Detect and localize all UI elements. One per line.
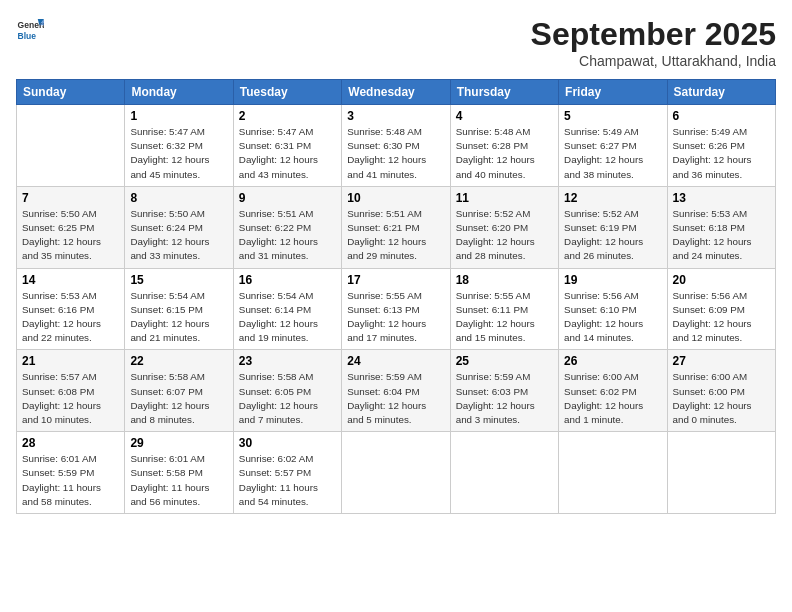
day-number: 13: [673, 191, 770, 205]
day-number: 14: [22, 273, 119, 287]
calendar-cell: 11Sunrise: 5:52 AM Sunset: 6:20 PM Dayli…: [450, 186, 558, 268]
day-info: Sunrise: 5:47 AM Sunset: 6:32 PM Dayligh…: [130, 125, 227, 182]
day-number: 30: [239, 436, 336, 450]
col-saturday: Saturday: [667, 80, 775, 105]
day-info: Sunrise: 5:57 AM Sunset: 6:08 PM Dayligh…: [22, 370, 119, 427]
calendar-cell: 21Sunrise: 5:57 AM Sunset: 6:08 PM Dayli…: [17, 350, 125, 432]
calendar-cell: 25Sunrise: 5:59 AM Sunset: 6:03 PM Dayli…: [450, 350, 558, 432]
calendar-cell: 6Sunrise: 5:49 AM Sunset: 6:26 PM Daylig…: [667, 105, 775, 187]
header: General Blue September 2025 Champawat, U…: [16, 16, 776, 69]
logo: General Blue: [16, 16, 44, 44]
day-number: 26: [564, 354, 661, 368]
day-info: Sunrise: 5:53 AM Sunset: 6:16 PM Dayligh…: [22, 289, 119, 346]
day-number: 12: [564, 191, 661, 205]
day-info: Sunrise: 6:01 AM Sunset: 5:58 PM Dayligh…: [130, 452, 227, 509]
calendar-cell: 8Sunrise: 5:50 AM Sunset: 6:24 PM Daylig…: [125, 186, 233, 268]
day-number: 4: [456, 109, 553, 123]
day-number: 18: [456, 273, 553, 287]
day-info: Sunrise: 5:51 AM Sunset: 6:21 PM Dayligh…: [347, 207, 444, 264]
calendar-header-row: Sunday Monday Tuesday Wednesday Thursday…: [17, 80, 776, 105]
calendar-cell: [342, 432, 450, 514]
calendar-cell: 19Sunrise: 5:56 AM Sunset: 6:10 PM Dayli…: [559, 268, 667, 350]
day-info: Sunrise: 5:59 AM Sunset: 6:03 PM Dayligh…: [456, 370, 553, 427]
day-info: Sunrise: 6:00 AM Sunset: 6:00 PM Dayligh…: [673, 370, 770, 427]
calendar-cell: 29Sunrise: 6:01 AM Sunset: 5:58 PM Dayli…: [125, 432, 233, 514]
calendar-cell: 13Sunrise: 5:53 AM Sunset: 6:18 PM Dayli…: [667, 186, 775, 268]
calendar-cell: 2Sunrise: 5:47 AM Sunset: 6:31 PM Daylig…: [233, 105, 341, 187]
calendar-cell: 26Sunrise: 6:00 AM Sunset: 6:02 PM Dayli…: [559, 350, 667, 432]
day-number: 2: [239, 109, 336, 123]
day-number: 9: [239, 191, 336, 205]
calendar-cell: 17Sunrise: 5:55 AM Sunset: 6:13 PM Dayli…: [342, 268, 450, 350]
calendar-table: Sunday Monday Tuesday Wednesday Thursday…: [16, 79, 776, 514]
calendar-cell: [17, 105, 125, 187]
day-number: 27: [673, 354, 770, 368]
day-info: Sunrise: 5:56 AM Sunset: 6:10 PM Dayligh…: [564, 289, 661, 346]
day-info: Sunrise: 5:58 AM Sunset: 6:05 PM Dayligh…: [239, 370, 336, 427]
day-number: 28: [22, 436, 119, 450]
day-info: Sunrise: 5:59 AM Sunset: 6:04 PM Dayligh…: [347, 370, 444, 427]
calendar-cell: 5Sunrise: 5:49 AM Sunset: 6:27 PM Daylig…: [559, 105, 667, 187]
calendar-subtitle: Champawat, Uttarakhand, India: [531, 53, 776, 69]
col-tuesday: Tuesday: [233, 80, 341, 105]
calendar-cell: 3Sunrise: 5:48 AM Sunset: 6:30 PM Daylig…: [342, 105, 450, 187]
calendar-cell: 18Sunrise: 5:55 AM Sunset: 6:11 PM Dayli…: [450, 268, 558, 350]
logo-icon: General Blue: [16, 16, 44, 44]
day-info: Sunrise: 5:50 AM Sunset: 6:24 PM Dayligh…: [130, 207, 227, 264]
day-number: 3: [347, 109, 444, 123]
day-number: 6: [673, 109, 770, 123]
calendar-cell: 24Sunrise: 5:59 AM Sunset: 6:04 PM Dayli…: [342, 350, 450, 432]
svg-text:Blue: Blue: [18, 31, 37, 41]
day-info: Sunrise: 5:55 AM Sunset: 6:11 PM Dayligh…: [456, 289, 553, 346]
calendar-cell: [667, 432, 775, 514]
day-info: Sunrise: 5:54 AM Sunset: 6:14 PM Dayligh…: [239, 289, 336, 346]
calendar-cell: [450, 432, 558, 514]
day-info: Sunrise: 6:02 AM Sunset: 5:57 PM Dayligh…: [239, 452, 336, 509]
day-number: 8: [130, 191, 227, 205]
week-row-5: 28Sunrise: 6:01 AM Sunset: 5:59 PM Dayli…: [17, 432, 776, 514]
day-info: Sunrise: 6:01 AM Sunset: 5:59 PM Dayligh…: [22, 452, 119, 509]
calendar-cell: 30Sunrise: 6:02 AM Sunset: 5:57 PM Dayli…: [233, 432, 341, 514]
day-number: 19: [564, 273, 661, 287]
calendar-cell: 27Sunrise: 6:00 AM Sunset: 6:00 PM Dayli…: [667, 350, 775, 432]
col-sunday: Sunday: [17, 80, 125, 105]
day-info: Sunrise: 5:56 AM Sunset: 6:09 PM Dayligh…: [673, 289, 770, 346]
calendar-cell: 23Sunrise: 5:58 AM Sunset: 6:05 PM Dayli…: [233, 350, 341, 432]
calendar-cell: 7Sunrise: 5:50 AM Sunset: 6:25 PM Daylig…: [17, 186, 125, 268]
day-number: 24: [347, 354, 444, 368]
day-number: 25: [456, 354, 553, 368]
day-number: 5: [564, 109, 661, 123]
day-info: Sunrise: 5:47 AM Sunset: 6:31 PM Dayligh…: [239, 125, 336, 182]
day-number: 15: [130, 273, 227, 287]
calendar-cell: 9Sunrise: 5:51 AM Sunset: 6:22 PM Daylig…: [233, 186, 341, 268]
day-info: Sunrise: 5:49 AM Sunset: 6:27 PM Dayligh…: [564, 125, 661, 182]
calendar-cell: 10Sunrise: 5:51 AM Sunset: 6:21 PM Dayli…: [342, 186, 450, 268]
day-info: Sunrise: 5:52 AM Sunset: 6:20 PM Dayligh…: [456, 207, 553, 264]
day-info: Sunrise: 5:55 AM Sunset: 6:13 PM Dayligh…: [347, 289, 444, 346]
week-row-4: 21Sunrise: 5:57 AM Sunset: 6:08 PM Dayli…: [17, 350, 776, 432]
calendar-cell: 28Sunrise: 6:01 AM Sunset: 5:59 PM Dayli…: [17, 432, 125, 514]
day-number: 7: [22, 191, 119, 205]
calendar-cell: 22Sunrise: 5:58 AM Sunset: 6:07 PM Dayli…: [125, 350, 233, 432]
calendar-cell: 16Sunrise: 5:54 AM Sunset: 6:14 PM Dayli…: [233, 268, 341, 350]
day-info: Sunrise: 5:48 AM Sunset: 6:30 PM Dayligh…: [347, 125, 444, 182]
day-number: 20: [673, 273, 770, 287]
day-info: Sunrise: 5:54 AM Sunset: 6:15 PM Dayligh…: [130, 289, 227, 346]
day-number: 16: [239, 273, 336, 287]
day-info: Sunrise: 5:52 AM Sunset: 6:19 PM Dayligh…: [564, 207, 661, 264]
day-info: Sunrise: 5:53 AM Sunset: 6:18 PM Dayligh…: [673, 207, 770, 264]
calendar-cell: 20Sunrise: 5:56 AM Sunset: 6:09 PM Dayli…: [667, 268, 775, 350]
calendar-cell: 12Sunrise: 5:52 AM Sunset: 6:19 PM Dayli…: [559, 186, 667, 268]
day-number: 21: [22, 354, 119, 368]
calendar-cell: 1Sunrise: 5:47 AM Sunset: 6:32 PM Daylig…: [125, 105, 233, 187]
col-friday: Friday: [559, 80, 667, 105]
calendar-cell: [559, 432, 667, 514]
day-number: 22: [130, 354, 227, 368]
title-area: September 2025 Champawat, Uttarakhand, I…: [531, 16, 776, 69]
day-info: Sunrise: 5:51 AM Sunset: 6:22 PM Dayligh…: [239, 207, 336, 264]
calendar-cell: 15Sunrise: 5:54 AM Sunset: 6:15 PM Dayli…: [125, 268, 233, 350]
day-number: 17: [347, 273, 444, 287]
day-number: 1: [130, 109, 227, 123]
day-number: 10: [347, 191, 444, 205]
day-info: Sunrise: 5:58 AM Sunset: 6:07 PM Dayligh…: [130, 370, 227, 427]
